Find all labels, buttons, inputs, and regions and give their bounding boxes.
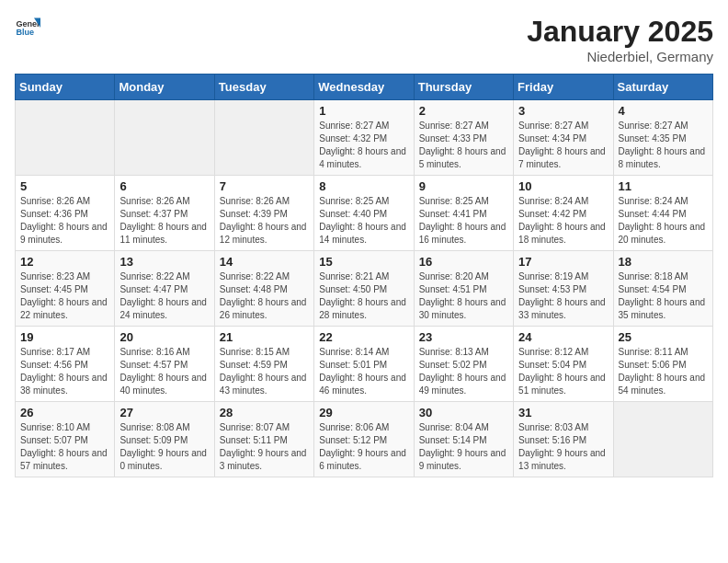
day-info: Sunrise: 8:04 AM Sunset: 5:14 PM Dayligh… [419, 421, 508, 473]
week-row-4: 19Sunrise: 8:17 AM Sunset: 4:56 PM Dayli… [16, 327, 713, 402]
calendar-body: 1Sunrise: 8:27 AM Sunset: 4:32 PM Daylig… [16, 100, 713, 477]
week-row-2: 5Sunrise: 8:26 AM Sunset: 4:36 PM Daylig… [16, 176, 713, 251]
day-cell: 18Sunrise: 8:18 AM Sunset: 4:54 PM Dayli… [613, 251, 712, 327]
day-number: 9 [419, 179, 508, 193]
day-info: Sunrise: 8:21 AM Sunset: 4:50 PM Dayligh… [319, 270, 408, 322]
weekday-header-monday: Monday [115, 75, 214, 100]
day-number: 6 [119, 179, 209, 193]
day-number: 17 [518, 255, 608, 269]
day-info: Sunrise: 8:08 AM Sunset: 5:09 PM Dayligh… [119, 421, 209, 473]
day-number: 1 [319, 104, 408, 118]
day-number: 22 [319, 330, 408, 344]
svg-text:Blue: Blue [16, 28, 34, 37]
day-info: Sunrise: 8:25 AM Sunset: 4:40 PM Dayligh… [319, 195, 408, 247]
day-number: 31 [518, 406, 608, 419]
day-number: 18 [619, 255, 708, 269]
day-cell: 30Sunrise: 8:04 AM Sunset: 5:14 PM Dayli… [414, 402, 513, 477]
day-info: Sunrise: 8:27 AM Sunset: 4:34 PM Dayligh… [518, 120, 608, 171]
day-cell: 10Sunrise: 8:24 AM Sunset: 4:42 PM Dayli… [514, 176, 613, 251]
day-cell [214, 100, 313, 176]
day-number: 24 [518, 330, 608, 344]
weekday-header-thursday: Thursday [414, 75, 513, 100]
day-number: 20 [119, 330, 209, 344]
day-number: 26 [20, 406, 109, 419]
day-number: 21 [220, 330, 309, 344]
location: Niederbiel, Germany [527, 49, 713, 64]
day-number: 2 [419, 104, 508, 118]
day-info: Sunrise: 8:06 AM Sunset: 5:12 PM Dayligh… [319, 421, 408, 473]
week-row-3: 12Sunrise: 8:23 AM Sunset: 4:45 PM Dayli… [16, 251, 713, 327]
day-cell: 21Sunrise: 8:15 AM Sunset: 4:59 PM Dayli… [214, 327, 313, 402]
day-cell [115, 100, 214, 176]
day-cell: 11Sunrise: 8:24 AM Sunset: 4:44 PM Dayli… [613, 176, 712, 251]
day-cell: 29Sunrise: 8:06 AM Sunset: 5:12 PM Dayli… [314, 402, 414, 477]
day-number: 30 [419, 406, 508, 419]
day-cell: 2Sunrise: 8:27 AM Sunset: 4:33 PM Daylig… [414, 100, 513, 176]
page-header: General Blue January 2025 Niederbiel, Ge… [15, 15, 713, 64]
day-number: 10 [518, 179, 608, 193]
weekday-header-wednesday: Wednesday [314, 75, 414, 100]
day-cell: 14Sunrise: 8:22 AM Sunset: 4:48 PM Dayli… [214, 251, 313, 327]
day-number: 25 [619, 330, 708, 344]
day-info: Sunrise: 8:12 AM Sunset: 5:04 PM Dayligh… [518, 346, 608, 397]
day-cell [613, 402, 712, 477]
day-number: 11 [619, 179, 708, 193]
weekday-header-sunday: Sunday [16, 75, 115, 100]
day-number: 16 [419, 255, 508, 269]
day-cell: 24Sunrise: 8:12 AM Sunset: 5:04 PM Dayli… [514, 327, 613, 402]
day-cell: 27Sunrise: 8:08 AM Sunset: 5:09 PM Dayli… [115, 402, 214, 477]
day-info: Sunrise: 8:14 AM Sunset: 5:01 PM Dayligh… [319, 346, 408, 397]
month-title: January 2025 [527, 15, 713, 49]
day-cell: 3Sunrise: 8:27 AM Sunset: 4:34 PM Daylig… [514, 100, 613, 176]
day-cell [16, 100, 115, 176]
day-cell: 5Sunrise: 8:26 AM Sunset: 4:36 PM Daylig… [16, 176, 115, 251]
day-number: 3 [518, 104, 608, 118]
weekday-header-saturday: Saturday [613, 75, 712, 100]
day-cell: 13Sunrise: 8:22 AM Sunset: 4:47 PM Dayli… [115, 251, 214, 327]
day-info: Sunrise: 8:26 AM Sunset: 4:39 PM Dayligh… [220, 195, 309, 247]
day-info: Sunrise: 8:27 AM Sunset: 4:32 PM Dayligh… [319, 120, 408, 171]
day-cell: 12Sunrise: 8:23 AM Sunset: 4:45 PM Dayli… [16, 251, 115, 327]
day-info: Sunrise: 8:25 AM Sunset: 4:41 PM Dayligh… [419, 195, 508, 247]
day-number: 14 [220, 255, 309, 269]
day-cell: 26Sunrise: 8:10 AM Sunset: 5:07 PM Dayli… [16, 402, 115, 477]
day-cell: 16Sunrise: 8:20 AM Sunset: 4:51 PM Dayli… [414, 251, 513, 327]
day-number: 8 [319, 179, 408, 193]
day-number: 7 [220, 179, 309, 193]
day-number: 29 [319, 406, 408, 419]
day-info: Sunrise: 8:17 AM Sunset: 4:56 PM Dayligh… [20, 346, 109, 397]
weekday-header-row: SundayMondayTuesdayWednesdayThursdayFrid… [16, 75, 713, 100]
title-area: January 2025 Niederbiel, Germany [527, 15, 713, 64]
day-info: Sunrise: 8:15 AM Sunset: 4:59 PM Dayligh… [220, 346, 309, 397]
day-number: 5 [20, 179, 109, 193]
week-row-1: 1Sunrise: 8:27 AM Sunset: 4:32 PM Daylig… [16, 100, 713, 176]
logo-icon: General Blue [15, 15, 40, 40]
day-cell: 9Sunrise: 8:25 AM Sunset: 4:41 PM Daylig… [414, 176, 513, 251]
day-cell: 8Sunrise: 8:25 AM Sunset: 4:40 PM Daylig… [314, 176, 414, 251]
weekday-header-tuesday: Tuesday [214, 75, 313, 100]
day-number: 28 [220, 406, 309, 419]
day-info: Sunrise: 8:24 AM Sunset: 4:44 PM Dayligh… [619, 195, 708, 247]
day-cell: 17Sunrise: 8:19 AM Sunset: 4:53 PM Dayli… [514, 251, 613, 327]
calendar: SundayMondayTuesdayWednesdayThursdayFrid… [15, 74, 713, 477]
day-number: 4 [619, 104, 708, 118]
day-cell: 28Sunrise: 8:07 AM Sunset: 5:11 PM Dayli… [214, 402, 313, 477]
day-number: 27 [119, 406, 209, 419]
day-cell: 19Sunrise: 8:17 AM Sunset: 4:56 PM Dayli… [16, 327, 115, 402]
day-info: Sunrise: 8:19 AM Sunset: 4:53 PM Dayligh… [518, 270, 608, 322]
weekday-header-friday: Friday [514, 75, 613, 100]
day-info: Sunrise: 8:27 AM Sunset: 4:33 PM Dayligh… [419, 120, 508, 171]
day-cell: 4Sunrise: 8:27 AM Sunset: 4:35 PM Daylig… [613, 100, 712, 176]
day-info: Sunrise: 8:26 AM Sunset: 4:36 PM Dayligh… [20, 195, 109, 247]
day-cell: 15Sunrise: 8:21 AM Sunset: 4:50 PM Dayli… [314, 251, 414, 327]
day-cell: 1Sunrise: 8:27 AM Sunset: 4:32 PM Daylig… [314, 100, 414, 176]
day-info: Sunrise: 8:27 AM Sunset: 4:35 PM Dayligh… [619, 120, 708, 171]
day-info: Sunrise: 8:11 AM Sunset: 5:06 PM Dayligh… [619, 346, 708, 397]
day-info: Sunrise: 8:07 AM Sunset: 5:11 PM Dayligh… [220, 421, 309, 473]
day-cell: 25Sunrise: 8:11 AM Sunset: 5:06 PM Dayli… [613, 327, 712, 402]
day-cell: 31Sunrise: 8:03 AM Sunset: 5:16 PM Dayli… [514, 402, 613, 477]
day-number: 12 [20, 255, 109, 269]
day-info: Sunrise: 8:03 AM Sunset: 5:16 PM Dayligh… [518, 421, 608, 473]
day-cell: 6Sunrise: 8:26 AM Sunset: 4:37 PM Daylig… [115, 176, 214, 251]
logo: General Blue [15, 15, 40, 40]
